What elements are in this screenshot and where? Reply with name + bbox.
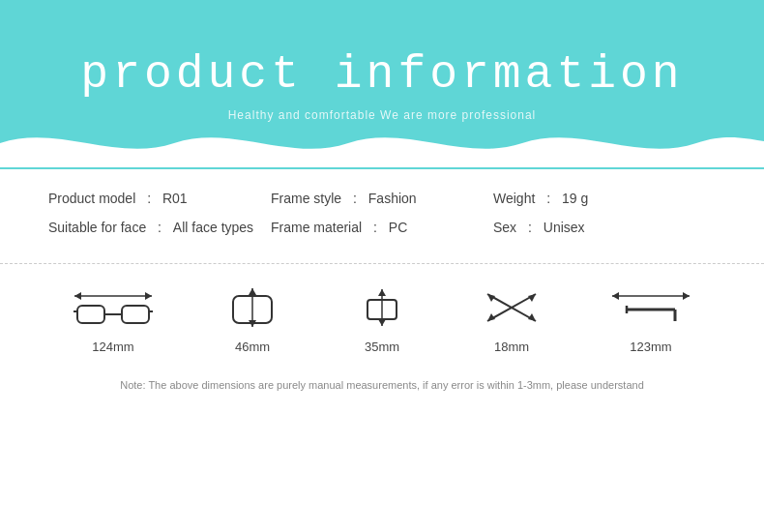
note-text: Note: The above dimensions are purely ma…	[120, 379, 644, 391]
svg-rect-4	[122, 306, 149, 323]
face-separator: :	[154, 220, 165, 235]
material-separator: :	[369, 220, 381, 235]
product-info-section: Product model : R01 Frame style : Fashio…	[0, 169, 764, 264]
sex-cell: Sex : Unisex	[493, 220, 716, 235]
weight-cell: Weight : 19 g	[493, 191, 716, 206]
weight-value: 19 g	[562, 191, 588, 206]
weight-separator: :	[543, 191, 554, 206]
dim-label-1: 46mm	[235, 340, 270, 354]
bridge-width-icon	[478, 283, 545, 332]
info-row-1: Product model : R01 Frame style : Fashio…	[48, 191, 716, 206]
dim-item-2: 35mm	[348, 283, 416, 354]
face-value: All face types	[173, 220, 253, 235]
svg-rect-3	[77, 306, 104, 323]
dim-item-4: 123mm	[607, 283, 694, 354]
dimensions-section: 124mm 46mm 35mm	[0, 264, 764, 364]
dim-item-1: 46mm	[219, 283, 286, 354]
svg-marker-9	[249, 288, 256, 295]
svg-marker-2	[145, 292, 152, 300]
material-label: Frame material	[271, 220, 362, 235]
dim-item-0: 124mm	[70, 283, 157, 354]
material-value: PC	[389, 220, 407, 235]
svg-marker-13	[378, 289, 386, 296]
sex-value: Unisex	[544, 220, 585, 235]
frame-style-separator: :	[349, 191, 361, 206]
face-label: Suitable for face	[48, 220, 146, 235]
lens-width-icon	[70, 283, 157, 332]
wave-decoration	[0, 124, 764, 169]
bridge-height-icon	[348, 283, 416, 332]
svg-marker-23	[612, 292, 619, 300]
model-label: Product model	[48, 191, 135, 206]
material-cell: Frame material : PC	[271, 220, 493, 235]
weight-label: Weight	[493, 191, 535, 206]
header-subtitle: Healthy and comfortable We are more prof…	[228, 108, 537, 122]
frame-style-label: Frame style	[271, 191, 341, 206]
dim-label-0: 124mm	[92, 340, 133, 354]
temple-length-icon	[607, 283, 694, 332]
lens-height-icon	[219, 283, 286, 332]
face-cell: Suitable for face : All face types	[48, 220, 271, 235]
model-cell: Product model : R01	[48, 191, 271, 206]
note-section: Note: The above dimensions are purely ma…	[0, 364, 764, 404]
model-separator: :	[143, 191, 155, 206]
frame-style-value: Fashion	[368, 191, 417, 206]
sex-separator: :	[524, 220, 536, 235]
header-section: product information Healthy and comforta…	[0, 0, 764, 169]
svg-marker-14	[378, 319, 386, 326]
svg-marker-24	[683, 292, 690, 300]
dim-label-3: 18mm	[494, 340, 529, 354]
svg-marker-1	[74, 292, 81, 300]
info-row-2: Suitable for face : All face types Frame…	[48, 220, 716, 235]
dim-item-3: 18mm	[478, 283, 545, 354]
page-title: product information	[80, 48, 683, 101]
dim-label-4: 123mm	[630, 340, 671, 354]
dim-label-2: 35mm	[365, 340, 399, 354]
model-value: R01	[162, 191, 188, 206]
frame-style-cell: Frame style : Fashion	[271, 191, 493, 206]
sex-label: Sex	[493, 220, 516, 235]
